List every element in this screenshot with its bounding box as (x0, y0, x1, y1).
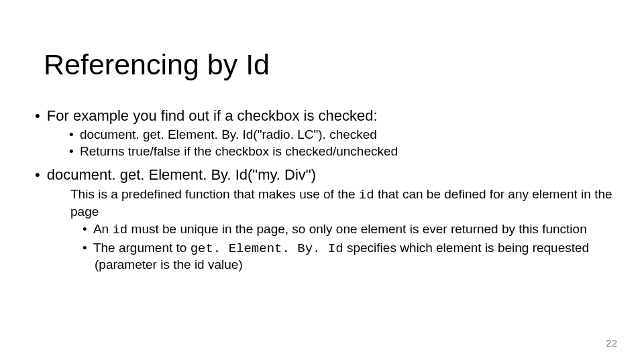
bullet-level2: Returns true/false if the checkbox is ch… (70, 144, 617, 160)
bullet-level2: document. get. Element. By. Id("radio. L… (70, 127, 617, 143)
slide-content: For example you find out if a checkbox i… (34, 107, 617, 273)
slide-title: Referencing by Id (44, 48, 270, 81)
code-text: id (112, 223, 127, 237)
slide: Referencing by Id For example you find o… (0, 0, 644, 362)
code-text: get. Element. By. Id (191, 241, 343, 256)
bullet-level3: The argument to get. Element. By. Id spe… (84, 240, 617, 274)
page-number: 22 (606, 337, 617, 349)
bullet-group: document. get. Element. By. Id("radio. L… (70, 127, 617, 160)
bullet-level3: An id must be unique in the page, so onl… (84, 221, 617, 239)
bullet-level1: document. get. Element. By. Id("my. Div"… (34, 166, 617, 184)
text-run: The argument to (93, 241, 191, 255)
text-run: This is a predefined function that makes… (70, 187, 359, 201)
bullet-block: This is a predefined function that makes… (70, 186, 617, 273)
text-run: must be unique in the page, so only one … (127, 222, 586, 236)
text-run: An (93, 222, 113, 236)
body-text: This is a predefined function that makes… (70, 186, 617, 220)
bullet-level1: For example you find out if a checkbox i… (34, 107, 617, 125)
code-text: id (359, 188, 374, 202)
